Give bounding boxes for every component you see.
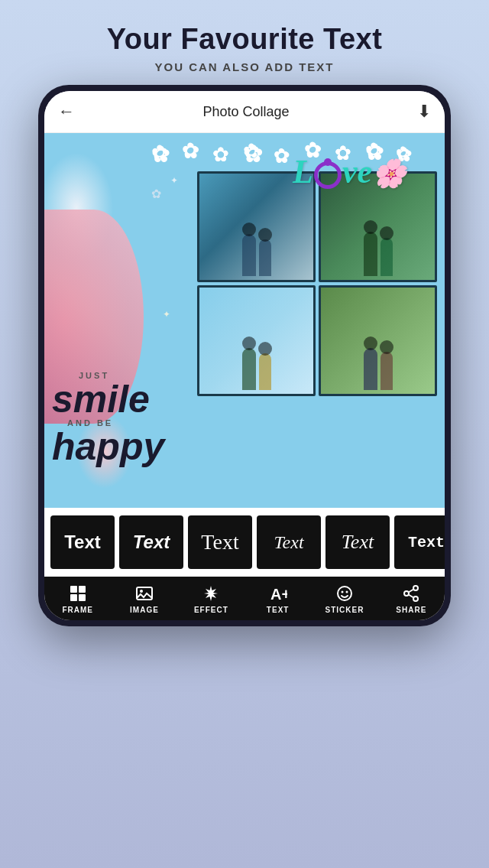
text-style-label-3: Text xyxy=(201,530,238,554)
nav-label-effect: EFFECT xyxy=(194,606,228,614)
happy-text: happy xyxy=(52,427,164,466)
page-title: Your Favourite Text xyxy=(15,23,474,56)
download-button[interactable]: ⬇ xyxy=(417,102,431,122)
svg-line-14 xyxy=(409,590,414,593)
nav-item-sticker[interactable]: STICKER xyxy=(311,584,377,614)
couple-4 xyxy=(321,288,435,394)
daisy-1: ✿ xyxy=(151,141,173,162)
photo-cell-3[interactable] xyxy=(197,285,316,396)
nav-label-frame: FRAME xyxy=(62,606,93,614)
text-style-button-5[interactable]: Text xyxy=(325,515,390,569)
svg-point-8 xyxy=(341,591,343,593)
svg-point-10 xyxy=(413,586,418,590)
nav-item-effect[interactable]: EFFECT xyxy=(178,584,244,614)
text-style-label-1: Text xyxy=(64,532,101,553)
svg-line-13 xyxy=(409,595,414,598)
text-style-button-6[interactable]: Text xyxy=(394,515,445,569)
nav-label-sticker: STICKER xyxy=(325,606,364,614)
nav-label-share: SHARE xyxy=(396,606,426,614)
effect-icon xyxy=(202,584,220,603)
text-styles-bar: Text Text Text Text Text Text xyxy=(44,508,445,577)
back-button[interactable]: ← xyxy=(58,102,75,122)
svg-point-9 xyxy=(345,591,348,593)
nav-item-share[interactable]: SHARE xyxy=(378,584,445,614)
app-bar: ← Photo Collage ⬇ xyxy=(44,91,445,133)
nav-item-image[interactable]: IMAGE xyxy=(111,584,177,614)
text-style-label-4: Text xyxy=(274,532,303,553)
svg-point-7 xyxy=(338,587,351,600)
love-text: Lve🌸 xyxy=(293,152,406,191)
svg-point-12 xyxy=(413,597,418,601)
svg-point-11 xyxy=(404,591,409,596)
daisy-3: ✿ xyxy=(212,143,234,164)
svg-point-5 xyxy=(140,590,143,593)
photo-grid xyxy=(197,171,437,396)
scatter-flower-1: ✿ xyxy=(151,187,161,201)
svg-text:A+: A+ xyxy=(270,586,287,603)
text-style-label-6: Text xyxy=(408,534,445,551)
svg-rect-3 xyxy=(79,594,86,601)
svg-rect-1 xyxy=(79,586,86,593)
nav-label-image: IMAGE xyxy=(130,606,159,614)
app-bar-title: Photo Collage xyxy=(202,104,289,120)
text-style-label-2: Text xyxy=(133,532,170,553)
smile-happy-overlay: JUST smile AND BE happy xyxy=(52,371,164,466)
bottom-nav: FRAME IMAGE EFFECT A+ xyxy=(44,577,445,620)
daisy-2: ✿ xyxy=(182,138,203,160)
svg-rect-0 xyxy=(70,586,77,593)
page-subtitle: YOU CAN ALSO ADD TEXT xyxy=(15,60,474,73)
image-icon xyxy=(135,584,154,603)
page-header: Your Favourite Text YOU CAN ALSO ADD TEX… xyxy=(0,0,489,85)
scatter-flower-2: ✦ xyxy=(170,175,178,186)
text-style-button-2[interactable]: Text xyxy=(119,515,183,569)
nav-item-frame[interactable]: FRAME xyxy=(44,584,111,614)
phone-inner: ← Photo Collage ⬇ ✿ ✿ ✿ ✿ ✿ ✿ ✿ ✿ ✿ xyxy=(44,91,445,620)
text-style-label-5: Text xyxy=(342,531,374,554)
nav-item-text[interactable]: A+ TEXT xyxy=(244,584,311,614)
collage-area: ✿ ✿ ✿ ✿ ✿ ✿ ✿ ✿ ✿ Lve🌸 JUST smile AND BE… xyxy=(44,133,445,508)
frame-icon xyxy=(69,584,87,603)
daisy-5: ✿ xyxy=(274,145,295,166)
svg-rect-2 xyxy=(70,594,77,601)
smile-text: smile xyxy=(52,380,164,418)
svg-rect-4 xyxy=(137,587,152,600)
text-style-button-3[interactable]: Text xyxy=(188,515,252,569)
text-icon: A+ xyxy=(269,584,287,603)
share-icon xyxy=(402,584,420,603)
couple-3 xyxy=(199,288,313,394)
scatter-flower-4: ✦ xyxy=(163,309,170,320)
sticker-icon xyxy=(335,584,354,603)
nav-label-text: TEXT xyxy=(267,606,290,614)
phone-frame: ← Photo Collage ⬇ ✿ ✿ ✿ ✿ ✿ ✿ ✿ ✿ ✿ xyxy=(38,85,451,626)
photo-cell-4[interactable] xyxy=(319,285,437,396)
daisy-4: ✿ xyxy=(243,139,264,161)
text-style-button-1[interactable]: Text xyxy=(50,515,115,569)
text-style-button-4[interactable]: Text xyxy=(257,515,321,569)
